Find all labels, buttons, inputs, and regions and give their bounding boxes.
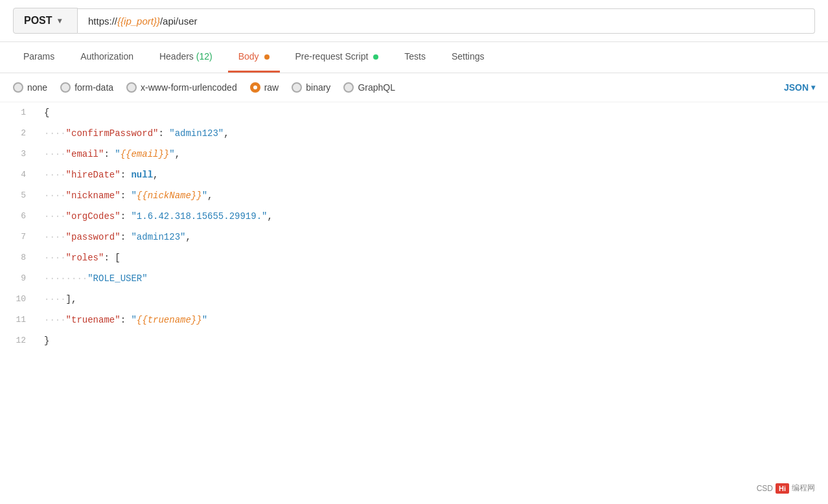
radio-urlencoded-circle <box>126 82 137 93</box>
line-content-8: ····"roles": [ <box>39 247 828 268</box>
line-num-12: 12 <box>0 330 39 351</box>
radio-raw[interactable]: raw <box>250 82 279 93</box>
tab-tests[interactable]: Tests <box>394 42 436 73</box>
line-content-7: ····"password": "admin123", <box>39 227 828 247</box>
radio-binary[interactable]: binary <box>292 82 330 93</box>
tab-prerequest[interactable]: Pre-request Script <box>285 42 389 73</box>
radio-urlencoded[interactable]: x-www-form-urlencoded <box>126 82 237 93</box>
code-line-4: 4 ····"hireDate": null, <box>0 165 828 185</box>
code-line-6: 6 ····"orgCodes": "1.6.42.318.15655.2991… <box>0 206 828 227</box>
radio-none[interactable]: none <box>13 82 47 93</box>
headers-count: (12) <box>196 51 213 62</box>
code-line-11: 11 ····"truename": "{{truename}}" <box>0 310 828 330</box>
url-suffix: /api/user <box>160 16 198 27</box>
tab-settings[interactable]: Settings <box>441 42 495 73</box>
line-content-11: ····"truename": "{{truename}}" <box>39 310 828 330</box>
line-num-5: 5 <box>0 185 39 206</box>
code-line-3: 3 ····"email": "{{email}}", <box>0 144 828 165</box>
method-chevron: ▾ <box>58 16 62 25</box>
radio-none-circle <box>13 82 23 93</box>
code-line-9: 9 ········"ROLE_USER" <box>0 268 828 289</box>
code-line-12: 12 } <box>0 330 828 351</box>
tab-authorization[interactable]: Authorization <box>70 42 144 73</box>
body-types-bar: none form-data x-www-form-urlencoded raw… <box>0 73 828 102</box>
line-content-4: ····"hireDate": null, <box>39 165 828 185</box>
method-selector[interactable]: POST ▾ <box>13 8 78 34</box>
tabs-bar: Params Authorization Headers (12) Body P… <box>0 42 828 73</box>
format-chevron: ▾ <box>811 83 815 92</box>
radio-form-data[interactable]: form-data <box>60 82 113 93</box>
code-line-2: 2 ····"confirmPassword": "admin123", <box>0 123 828 144</box>
line-num-1: 1 <box>0 102 39 123</box>
line-num-3: 3 <box>0 144 39 165</box>
format-selector[interactable]: JSON ▾ <box>784 82 815 93</box>
code-editor[interactable]: 1 { 2 ····"confirmPassword": "admin123",… <box>0 102 828 495</box>
radio-form-data-circle <box>60 82 71 93</box>
radio-raw-circle <box>250 82 260 93</box>
line-num-10: 10 <box>0 289 39 310</box>
body-dot <box>264 54 270 60</box>
code-line-8: 8 ····"roles": [ <box>0 247 828 268</box>
line-content-5: ····"nickname": "{{nickName}}", <box>39 185 828 206</box>
line-num-6: 6 <box>0 206 39 227</box>
prerequest-dot <box>373 54 378 60</box>
line-num-8: 8 <box>0 247 39 268</box>
line-num-2: 2 <box>0 123 39 144</box>
line-content-12: } <box>39 330 828 351</box>
radio-graphql-circle <box>343 82 354 93</box>
radio-graphql[interactable]: GraphQL <box>343 82 395 93</box>
url-prefix: https:// <box>88 16 117 27</box>
line-num-11: 11 <box>0 310 39 330</box>
watermark: CSD Hi 编程网 <box>757 483 815 494</box>
line-content-6: ····"orgCodes": "1.6.42.318.15655.29919.… <box>39 206 828 227</box>
watermark-suffix: 编程网 <box>792 483 815 494</box>
url-display[interactable]: https://{{ip_port}}/api/user <box>78 8 815 34</box>
line-content-9: ········"ROLE_USER" <box>39 268 828 289</box>
line-content-10: ····], <box>39 289 828 310</box>
watermark-text: CSD <box>757 484 773 493</box>
line-num-9: 9 <box>0 268 39 289</box>
method-label: POST <box>24 15 52 27</box>
url-bar: POST ▾ https://{{ip_port}}/api/user <box>0 0 828 42</box>
code-line-5: 5 ····"nickname": "{{nickName}}", <box>0 185 828 206</box>
watermark-logo: Hi <box>776 483 789 494</box>
line-content-1: { <box>39 102 828 123</box>
tab-body[interactable]: Body <box>228 42 280 73</box>
url-template-var: {{ip_port}} <box>117 16 160 27</box>
tab-headers[interactable]: Headers (12) <box>149 42 223 73</box>
line-num-4: 4 <box>0 165 39 185</box>
tab-params[interactable]: Params <box>13 42 65 73</box>
line-num-7: 7 <box>0 227 39 247</box>
radio-binary-circle <box>292 82 302 93</box>
line-content-2: ····"confirmPassword": "admin123", <box>39 123 828 144</box>
code-line-1: 1 { <box>0 102 828 123</box>
line-content-3: ····"email": "{{email}}", <box>39 144 828 165</box>
code-line-7: 7 ····"password": "admin123", <box>0 227 828 247</box>
code-line-10: 10 ····], <box>0 289 828 310</box>
